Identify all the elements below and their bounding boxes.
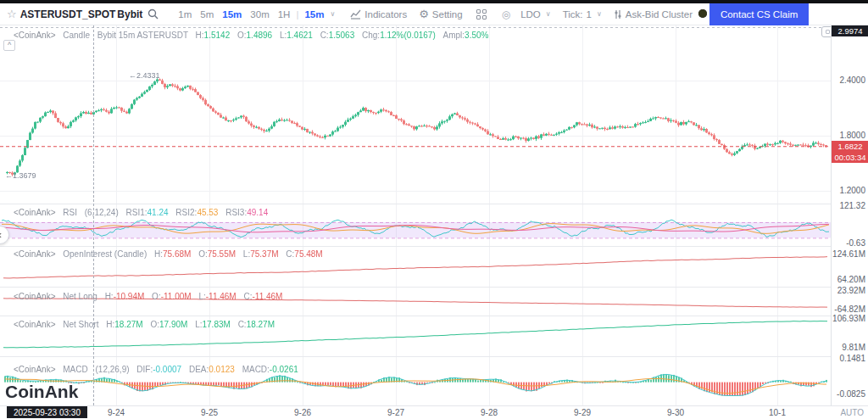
- symbol-name[interactable]: ASTERUSDT_SPOT: [20, 8, 116, 20]
- chart-toolbar: ☆ ASTERUSDT_SPOT Bybit 1m 5m 15m 30m 1H …: [0, 3, 868, 25]
- axis-label: 23.92M: [837, 286, 865, 295]
- low-price-annotation: ←1.3679: [5, 171, 36, 180]
- axis-label: 2.4000: [839, 75, 865, 85]
- time-tick: 9-25: [191, 408, 228, 417]
- time-tick: 10-1: [759, 408, 796, 417]
- chevron-down-icon[interactable]: ∨: [330, 10, 335, 18]
- chevron-down-icon: ∨: [546, 10, 551, 18]
- exchange-name[interactable]: Bybit: [117, 8, 142, 20]
- time-tick: 9-26: [284, 408, 321, 417]
- axis-label: 124.61M: [832, 249, 865, 259]
- candle-legend[interactable]: <CoinAnk> Candle Bybit 15m ASTERUSDT H:1…: [14, 31, 488, 40]
- time-axis[interactable]: 2025-09-23 03:30 9-24 9-25 9-26 9-27 9-2…: [0, 405, 868, 419]
- timeframe-1m[interactable]: 1m: [178, 9, 192, 20]
- panel-separator[interactable]: [0, 356, 868, 357]
- alert-price-badge: 2.9974: [832, 25, 868, 36]
- axis-label: 64.20M: [837, 275, 865, 284]
- time-tick: 9-30: [657, 408, 694, 417]
- gear-icon: ⚙: [419, 8, 429, 20]
- search-icon[interactable]: [147, 8, 159, 20]
- axis-label: 0.1481: [839, 354, 865, 363]
- axis-label: 9.81M: [842, 343, 865, 352]
- coinank-watermark: CoinAnk: [5, 382, 78, 402]
- slider-handle-right[interactable]: [698, 9, 707, 18]
- chart-area: <CoinAnk> Candle Bybit 15m ASTERUSDT H:1…: [0, 25, 868, 419]
- axis-label: 1.2000: [839, 186, 865, 195]
- auto-scale-button[interactable]: AUTO: [840, 408, 864, 417]
- panel-separator[interactable]: [0, 204, 868, 204]
- ask-bid-icon: [614, 9, 622, 20]
- open-interest-legend[interactable]: <CoinAnk> OpenInterest (Candle) H:75.68M…: [14, 249, 323, 259]
- timeframe-5m[interactable]: 5m: [200, 9, 214, 20]
- setting-button[interactable]: ⚙ Setting: [419, 8, 462, 20]
- timeframe-15m[interactable]: 15m: [222, 9, 242, 20]
- collapse-panel-button[interactable]: ^: [3, 40, 15, 51]
- time-tick: 9-24: [97, 408, 135, 417]
- indicators-button[interactable]: Indicators: [350, 9, 407, 20]
- coinank-trading-app: ☆ ASTERUSDT_SPOT Bybit 1m 5m 15m 30m 1H …: [0, 0, 868, 419]
- contact-cs-claim-button[interactable]: Contact CS Claim: [709, 3, 809, 25]
- timeframe-selector[interactable]: 15m: [304, 9, 324, 20]
- panel-separator[interactable]: [0, 316, 868, 316]
- macd-legend[interactable]: <CoinAnk> MACD (12,26,9) DIF:-0.0007 DEA…: [14, 365, 298, 374]
- price-axis[interactable]: 2.9974 2.4000 1.8000 1.6822 00:03:34 1.2…: [831, 25, 868, 405]
- axis-label: -0.0825: [837, 389, 865, 399]
- chevron-down-icon: ∨: [597, 10, 602, 18]
- ldo-dropdown[interactable]: LDO ∨: [520, 9, 551, 20]
- net-long-legend[interactable]: <CoinAnk> Net Long H:-10.94M O:-11.00M L…: [14, 292, 282, 301]
- axis-label: 106.93M: [832, 314, 865, 323]
- time-tick: 9-29: [564, 408, 601, 417]
- crosshair-date-badge: 2025-09-23 03:30: [7, 406, 87, 418]
- axis-label: 1.8000: [839, 131, 865, 140]
- net-short-legend[interactable]: <CoinAnk> Net Short H:18.27M O:17.90M L:…: [14, 320, 275, 329]
- divider: |: [296, 9, 298, 20]
- favorite-star-icon[interactable]: ☆: [7, 8, 17, 20]
- indicators-icon: [350, 9, 361, 20]
- rsi-legend[interactable]: <CoinAnk> RSI (6,12,24) RSI1:41.24 RSI2:…: [14, 208, 268, 217]
- timeframe-30m[interactable]: 30m: [250, 9, 269, 20]
- axis-label: -64.82M: [834, 304, 865, 314]
- high-price-annotation: ←2.4331: [129, 71, 160, 80]
- layout-grid-button[interactable]: [476, 9, 487, 20]
- last-price-badge: 1.6822: [832, 141, 868, 152]
- time-tick: 9-27: [377, 408, 415, 417]
- timeframe-1h[interactable]: 1H: [278, 9, 291, 20]
- time-tick: 9-28: [470, 408, 508, 417]
- ask-bid-cluster-dropdown[interactable]: Ask-Bid Cluster ∨: [614, 9, 703, 20]
- panel-separator[interactable]: [0, 287, 868, 288]
- visibility-icon[interactable]: ◎: [502, 8, 510, 20]
- tick-dropdown[interactable]: Tick: 1 ∨: [563, 9, 602, 20]
- panel-separator[interactable]: [0, 246, 868, 247]
- axis-label: 121.32: [839, 201, 865, 210]
- axis-label: -0.63: [846, 238, 865, 248]
- countdown-badge: 00:03:34: [832, 152, 868, 163]
